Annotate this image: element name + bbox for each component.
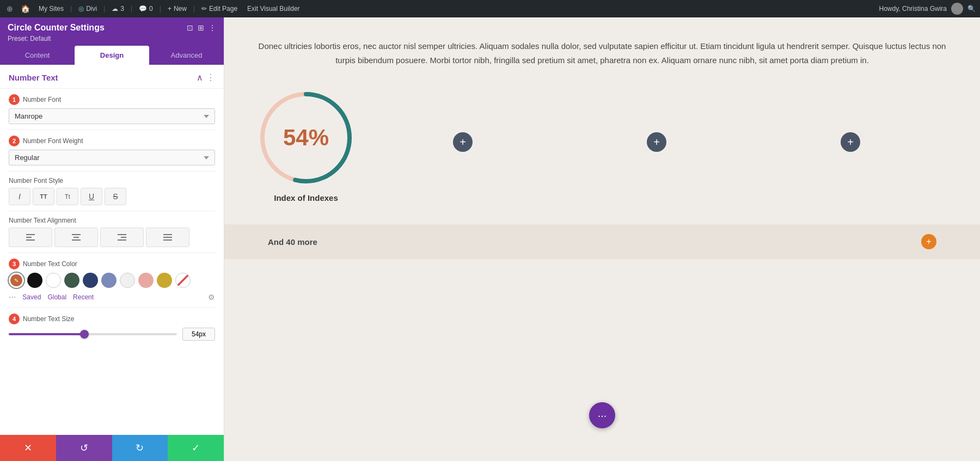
panel-header-icons: ⊡ ⊞ ⋮ xyxy=(187,23,216,32)
comments-menu[interactable]: ☁ 3 xyxy=(108,0,127,17)
add-column-btn-3[interactable]: + xyxy=(841,132,860,152)
svg-rect-0 xyxy=(26,234,35,235)
section-actions: ∧ ⋮ xyxy=(197,72,215,83)
redo-button[interactable]: ↻ xyxy=(112,435,168,461)
avatar[interactable] xyxy=(951,3,963,15)
number-text-size-row: 4 Number Text Size xyxy=(0,308,224,346)
save-button[interactable]: ✓ xyxy=(168,435,224,461)
saved-link[interactable]: Saved xyxy=(22,293,41,301)
tab-content[interactable]: Content xyxy=(0,46,75,65)
color-footer: ··· Saved Global Recent ⚙ xyxy=(9,292,215,302)
more-add-button[interactable]: + xyxy=(921,234,936,249)
panel-content: Number Text ∧ ⋮ 1 Number Font Manrope xyxy=(0,65,224,435)
strikethrough-btn[interactable]: S xyxy=(105,188,126,205)
circle-counter[interactable]: 54% Index of Indexes xyxy=(257,89,355,202)
text-size-input[interactable] xyxy=(182,328,215,341)
exit-builder-label: Exit Visual Builder xyxy=(247,5,300,13)
color-swatches: ✎ xyxy=(9,273,215,288)
pencil-icon: ✏ xyxy=(201,5,207,13)
color-swatch-white[interactable] xyxy=(46,273,61,288)
section-options-icon[interactable]: ⋮ xyxy=(206,72,215,83)
my-sites-menu[interactable]: My Sites xyxy=(35,0,67,17)
cancel-icon: ✕ xyxy=(24,442,32,454)
color-swatch-slate[interactable] xyxy=(101,273,117,288)
svg-rect-4 xyxy=(74,237,79,238)
canvas-content: Donec ultricies lobortis eros, nec aucto… xyxy=(224,17,980,461)
color-swatch-gold[interactable] xyxy=(157,273,172,288)
align-justify-btn[interactable] xyxy=(146,228,189,247)
panel-header: Circle Counter Settings ⊡ ⊞ ⋮ Preset: De… xyxy=(0,17,224,46)
svg-rect-10 xyxy=(163,237,172,238)
window-icon[interactable]: ⊡ xyxy=(187,23,193,32)
color-swatch-pink[interactable] xyxy=(138,273,154,288)
underline-btn[interactable]: U xyxy=(81,188,102,205)
uppercase-btn[interactable]: TT xyxy=(33,188,54,205)
number-font-row: 1 Number Font Manrope xyxy=(0,89,224,130)
text-size-slider-track[interactable] xyxy=(9,333,177,335)
number-font-weight-row: 2 Number Font Weight Regular xyxy=(0,130,224,171)
kebab-icon[interactable]: ⋮ xyxy=(209,23,216,32)
svg-rect-5 xyxy=(72,239,81,241)
align-left-btn[interactable] xyxy=(9,228,52,247)
slider-thumb[interactable] xyxy=(80,330,89,339)
tab-advanced[interactable]: Advanced xyxy=(149,46,224,65)
recent-link[interactable]: Recent xyxy=(73,293,94,301)
panel-title-row: Circle Counter Settings ⊡ ⊞ ⋮ xyxy=(8,23,216,33)
top-bar-right: Howdy, Christina Gwira 🔍 xyxy=(879,3,976,15)
main-layout: Circle Counter Settings ⊡ ⊞ ⋮ Preset: De… xyxy=(0,17,980,461)
fab-button[interactable]: ··· xyxy=(589,402,615,428)
number-text-size-label: 4 Number Text Size xyxy=(9,314,215,324)
align-buttons xyxy=(9,228,215,247)
more-text: And 40 more xyxy=(268,237,317,247)
svg-rect-7 xyxy=(121,237,126,238)
cancel-button[interactable]: ✕ xyxy=(0,435,56,461)
number-font-weight-select[interactable]: Regular xyxy=(9,150,215,165)
collapse-icon[interactable]: ∧ xyxy=(197,72,203,83)
add-column-btn-2[interactable]: + xyxy=(647,132,666,152)
separator-3: | xyxy=(131,5,132,13)
panel-preset[interactable]: Preset: Default xyxy=(8,35,216,42)
comment-bubble-menu[interactable]: 💬 0 xyxy=(136,0,156,17)
italic-btn[interactable]: I xyxy=(9,188,30,205)
color-swatch-light-gray[interactable] xyxy=(120,273,135,288)
color-more-icon[interactable]: ··· xyxy=(9,292,16,302)
circle-percent-label: 54% xyxy=(283,125,329,151)
divi-menu[interactable]: ◎ Divi xyxy=(75,0,100,17)
layout-icon[interactable]: ⊞ xyxy=(198,23,204,32)
fab-icon: ··· xyxy=(598,409,607,422)
new-menu[interactable]: + New xyxy=(164,0,190,17)
align-center-btn[interactable] xyxy=(54,228,98,247)
search-icon[interactable]: 🔍 xyxy=(967,5,976,13)
separator-1: | xyxy=(70,5,72,13)
separator-2: | xyxy=(103,5,105,13)
plus-icon: + xyxy=(168,5,171,13)
svg-rect-9 xyxy=(163,234,172,235)
color-swatch-navy[interactable] xyxy=(83,273,98,288)
my-sites-label: My Sites xyxy=(39,5,64,13)
edit-page-btn[interactable]: ✏ Edit Page xyxy=(198,0,241,17)
exit-builder-btn[interactable]: Exit Visual Builder xyxy=(244,0,303,17)
number-text-align-label: Number Text Alignment xyxy=(9,217,215,224)
circle-title: Index of Indexes xyxy=(274,193,338,202)
color-swatch-dark-green[interactable] xyxy=(64,273,79,288)
separator-5: | xyxy=(193,5,195,13)
home-icon[interactable]: 🏠 xyxy=(19,4,32,13)
color-swatch-black[interactable] xyxy=(27,273,42,288)
undo-button[interactable]: ↺ xyxy=(56,435,112,461)
separator-4: | xyxy=(160,5,161,13)
number-text-section-header: Number Text ∧ ⋮ xyxy=(0,65,224,89)
bubble-icon: 💬 xyxy=(139,5,147,13)
color-swatch-none[interactable] xyxy=(175,273,191,288)
paragraph-text: Donec ultricies lobortis eros, nec aucto… xyxy=(257,39,947,67)
add-column-btn-1[interactable]: + xyxy=(453,132,473,152)
wordpress-icon[interactable]: ⊕ xyxy=(4,4,15,13)
color-swatch-burnt-orange[interactable]: ✎ xyxy=(9,273,24,288)
global-link[interactable]: Global xyxy=(47,293,66,301)
capitalize-btn[interactable]: Tt xyxy=(57,188,78,205)
color-gear-icon[interactable]: ⚙ xyxy=(208,293,215,302)
tab-design[interactable]: Design xyxy=(75,46,149,65)
svg-rect-1 xyxy=(26,237,32,238)
number-font-select[interactable]: Manrope xyxy=(9,108,215,124)
align-right-btn[interactable] xyxy=(100,228,144,247)
new-label: New xyxy=(174,5,187,13)
